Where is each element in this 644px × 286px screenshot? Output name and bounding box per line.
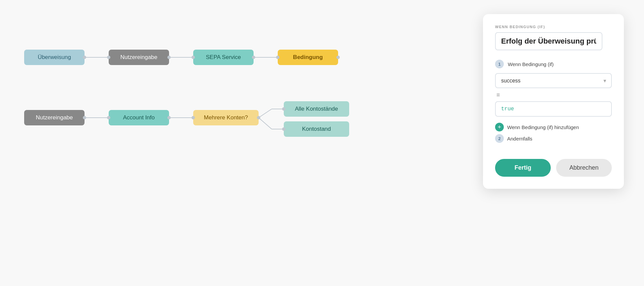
andernfalls-row: 2 Andernfalls bbox=[495, 134, 612, 143]
svg-line-5 bbox=[259, 109, 272, 118]
node-label: Nutzereingabe bbox=[36, 114, 73, 121]
node-label: Überweisung bbox=[38, 54, 71, 61]
add-condition-label: Wenn Bedingung (if) hinzufügen bbox=[507, 124, 579, 130]
port-left-sepa bbox=[192, 56, 195, 59]
panel-title-input[interactable] bbox=[495, 32, 602, 50]
andernfalls-label: Andernfalls bbox=[507, 136, 532, 141]
port-left-allekonten bbox=[282, 107, 285, 111]
add-condition-row[interactable]: + Wenn Bedingung (if) hinzufügen bbox=[495, 123, 612, 131]
node-label: Bedingung bbox=[293, 54, 323, 61]
condition-row-1-label: Wenn Bedingung (if) bbox=[508, 61, 553, 67]
port-left-kontostand bbox=[282, 127, 285, 131]
node-label: Nutzereingabe bbox=[120, 54, 158, 61]
svg-line-7 bbox=[259, 118, 272, 129]
node-allekonten[interactable]: Alle Kontostände bbox=[284, 101, 349, 117]
equals-sign: = bbox=[496, 92, 612, 99]
node-bedingung[interactable]: Bedingung bbox=[278, 50, 338, 65]
port-left-mehrerekonten bbox=[192, 116, 195, 119]
node-nutzereingabe1[interactable]: Nutzereingabe bbox=[109, 50, 169, 65]
badge-1: 1 bbox=[495, 60, 504, 68]
node-accountinfo[interactable]: Account Info bbox=[109, 110, 169, 125]
node-mehrerekonten[interactable]: Mehrere Konten? bbox=[193, 110, 259, 125]
node-uberweisung[interactable]: Überweisung bbox=[24, 50, 85, 65]
node-label: Mehrere Konten? bbox=[204, 114, 248, 121]
condition-panel: WENN BEDINGUNG (IF) 1 Wenn Bedingung (if… bbox=[483, 14, 624, 189]
node-sepa[interactable]: SEPA Service bbox=[193, 50, 254, 65]
port-left-nutzereingabe1 bbox=[107, 56, 110, 59]
panel-section-label: WENN BEDINGUNG (IF) bbox=[495, 25, 612, 29]
node-nutzereingabe2[interactable]: Nutzereingabe bbox=[24, 110, 85, 125]
value-input[interactable] bbox=[495, 101, 612, 117]
port-right-nutzereingabe1 bbox=[167, 56, 171, 59]
node-kontostand[interactable]: Kontostand bbox=[284, 121, 349, 137]
add-condition-icon: + bbox=[495, 123, 504, 131]
port-left-bedingung bbox=[276, 56, 279, 59]
port-right-mehrerekonten bbox=[257, 116, 260, 119]
abbrechen-button[interactable]: Abbrechen bbox=[556, 159, 612, 177]
node-label: SEPA Service bbox=[206, 54, 241, 61]
port-right-accountinfo bbox=[167, 116, 171, 119]
node-label: Account Info bbox=[123, 114, 155, 121]
port-right-sepa bbox=[252, 56, 255, 59]
port-right-uberweisung bbox=[83, 56, 86, 59]
node-label: Alle Kontostände bbox=[295, 106, 338, 112]
canvas: Überweisung Nutzereingabe SEPA Service B… bbox=[0, 0, 644, 286]
condition-select[interactable]: success failure pending bbox=[495, 73, 612, 88]
port-left-accountinfo bbox=[107, 116, 110, 119]
badge-2: 2 bbox=[495, 134, 504, 143]
port-right-nutzereingabe2 bbox=[83, 116, 86, 119]
node-label: Kontostand bbox=[302, 126, 331, 132]
panel-footer: Fertig Abbrechen bbox=[495, 159, 612, 177]
fertig-button[interactable]: Fertig bbox=[495, 159, 551, 177]
condition-row-1: 1 Wenn Bedingung (if) bbox=[495, 60, 612, 68]
port-right-bedingung bbox=[336, 56, 340, 59]
select-wrapper: success failure pending ▼ bbox=[495, 73, 612, 88]
